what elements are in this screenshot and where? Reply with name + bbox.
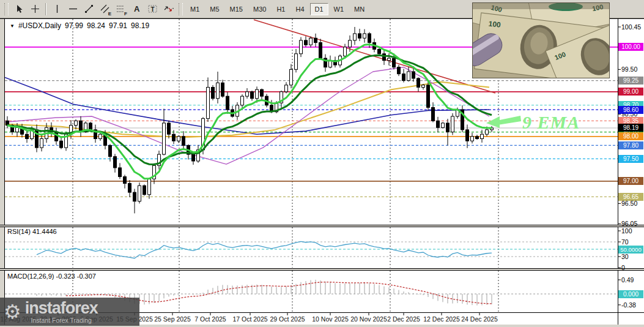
candle-body bbox=[358, 34, 361, 38]
brand-tagline: Instant Forex Trading bbox=[25, 317, 98, 324]
gear-logo-icon: ⚙ bbox=[4, 302, 21, 321]
timeframe-button-m5[interactable]: M5 bbox=[205, 3, 224, 15]
candle-body bbox=[80, 121, 83, 132]
chart-title: ▼ #USDX,Daily 97.99 98.24 97.91 98.19 bbox=[10, 21, 149, 30]
candle-body bbox=[89, 123, 92, 130]
timeframe-button-mn[interactable]: MN bbox=[349, 3, 369, 15]
trend-line-tool-button[interactable] bbox=[81, 2, 97, 16]
timeframe-button-m30[interactable]: M30 bbox=[248, 3, 271, 15]
candle-body bbox=[417, 78, 420, 88]
candle-body bbox=[353, 34, 357, 40]
candle-body bbox=[168, 123, 171, 134]
candle-body bbox=[163, 123, 166, 154]
chevron-down-icon[interactable]: ▼ bbox=[10, 23, 15, 29]
candle-body bbox=[466, 130, 469, 141]
candle-body bbox=[383, 54, 386, 61]
fibonacci-glyph: F bbox=[124, 11, 127, 17]
toolbar-grip[interactable] bbox=[4, 3, 9, 15]
candle-body bbox=[471, 137, 474, 141]
vertical-line-tool-button[interactable] bbox=[49, 2, 65, 16]
candle-body bbox=[300, 40, 303, 54]
candle-body bbox=[172, 134, 176, 141]
candle-body bbox=[368, 34, 371, 43]
candle-body bbox=[295, 54, 298, 70]
candle-body bbox=[290, 69, 293, 85]
candle-body bbox=[412, 72, 415, 78]
timeframe-button-w1[interactable]: W1 bbox=[329, 3, 349, 15]
ohlc-high: 98.24 bbox=[87, 21, 105, 30]
candle-body bbox=[388, 58, 391, 61]
candle-body bbox=[285, 85, 288, 92]
equidistant-channel-glyph: E bbox=[108, 11, 111, 17]
candle-body bbox=[124, 177, 127, 184]
ema-annotation: 9 EMA bbox=[486, 112, 580, 133]
candle-body bbox=[133, 192, 136, 201]
candle-body bbox=[422, 85, 425, 88]
timeframe-button-m1[interactable]: M1 bbox=[185, 3, 204, 15]
candle-body bbox=[476, 137, 479, 139]
candle-body bbox=[221, 83, 224, 96]
text-tool-button[interactable]: A bbox=[128, 2, 144, 16]
candle-body bbox=[207, 88, 210, 119]
mt4-chart-window: 100.4599.5098.5096.5096.05100703000.49-0… bbox=[0, 0, 644, 327]
candle-body bbox=[256, 89, 259, 99]
candle-body bbox=[143, 186, 146, 195]
candle-body bbox=[437, 121, 440, 127]
candle-body bbox=[99, 134, 102, 138]
candle-body bbox=[319, 43, 322, 59]
candle-body bbox=[305, 40, 308, 45]
timeframe-group: M1M5M15M30H1H4D1W1MN bbox=[185, 3, 369, 15]
candle-body bbox=[427, 85, 430, 108]
symbol-period-label: #USDX,Daily bbox=[18, 21, 61, 30]
fibonacci-tool-button[interactable]: F bbox=[113, 2, 128, 16]
ohlc-open: 97.99 bbox=[65, 21, 83, 30]
dollar-bills-photo: 100 100 100 100 100 bbox=[472, 2, 610, 78]
candle-body bbox=[344, 47, 347, 56]
ema-annotation-text: 9 EMA bbox=[522, 112, 580, 133]
candle-body bbox=[109, 145, 112, 156]
crosshair-tool-button[interactable] bbox=[27, 2, 43, 16]
candle-body bbox=[16, 127, 19, 132]
toolbar-separator bbox=[45, 3, 46, 15]
candle-body bbox=[119, 168, 122, 177]
candle-body bbox=[182, 137, 185, 146]
arrows-tool-button[interactable] bbox=[160, 2, 176, 16]
toolbar-grip-2[interactable] bbox=[179, 3, 183, 15]
cursor-tool-button[interactable] bbox=[11, 2, 27, 16]
candle-body bbox=[226, 96, 229, 110]
svg-text:100: 100 bbox=[488, 20, 502, 29]
candle-body bbox=[60, 141, 63, 148]
ohlc-close: 98.19 bbox=[131, 21, 149, 30]
equidistant-channel-tool-button[interactable]: E bbox=[97, 2, 113, 16]
timeframe-button-d1[interactable]: D1 bbox=[310, 3, 328, 15]
candle-body bbox=[407, 72, 410, 81]
candle-body bbox=[40, 139, 43, 148]
macd-pane-label: MACD(12,26,9) -0.323 -0.307 bbox=[7, 272, 96, 280]
left-strip bbox=[0, 18, 4, 327]
candle-body bbox=[148, 179, 151, 195]
timeframe-button-h1[interactable]: H1 bbox=[272, 3, 290, 15]
brand-name: instaforex bbox=[25, 300, 98, 317]
candle-body bbox=[309, 38, 313, 45]
candle-body bbox=[349, 40, 352, 47]
candle-body bbox=[398, 67, 401, 74]
candle-body bbox=[241, 96, 244, 105]
dollar-bills-illustration: 100 100 100 100 100 bbox=[473, 3, 610, 78]
candle-body bbox=[26, 134, 29, 138]
candle-body bbox=[481, 134, 484, 138]
candle-body bbox=[451, 116, 454, 132]
candle-body bbox=[393, 58, 396, 67]
horizontal-line-tool-button[interactable] bbox=[65, 2, 81, 16]
text-label-tool-button[interactable]: T bbox=[144, 2, 160, 16]
svg-text:A: A bbox=[134, 4, 140, 13]
candle-body bbox=[246, 92, 249, 96]
timeframe-button-m15[interactable]: M15 bbox=[225, 3, 248, 15]
candle-body bbox=[446, 123, 450, 132]
candle-body bbox=[128, 184, 131, 193]
candle-body bbox=[138, 186, 141, 201]
pane-splitter bbox=[0, 225, 644, 227]
timeframe-button-h4[interactable]: H4 bbox=[291, 3, 309, 15]
instaforex-watermark: ⚙ instaforex Instant Forex Trading bbox=[0, 298, 139, 326]
candle-body bbox=[251, 92, 254, 99]
rsi-pane-label: RSI(14) 41.4446 bbox=[7, 228, 57, 235]
